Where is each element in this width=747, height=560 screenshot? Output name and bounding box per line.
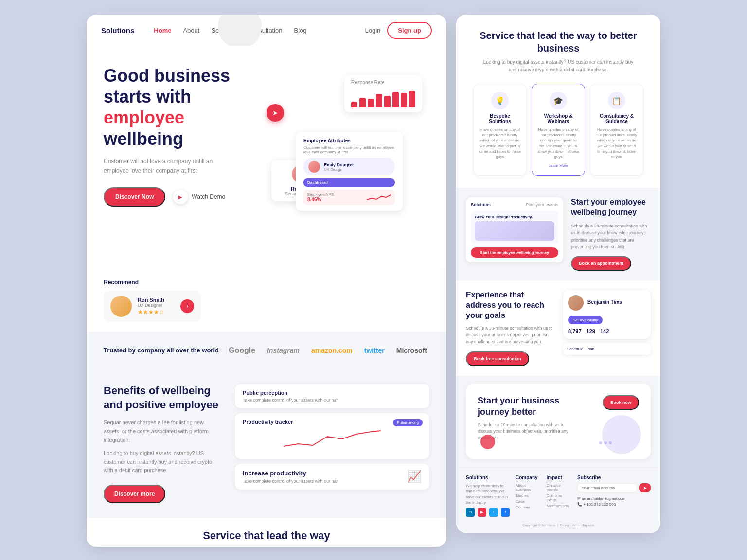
footer-email: ✉ umarshahlamtugmai.com [577, 496, 651, 501]
benefits-desc-2: Looking to buy digital assets instantly?… [104, 449, 220, 475]
bar-1 [351, 102, 357, 107]
solutions-label: Solutions [471, 202, 491, 207]
workshop-title: Workshop & Webinars [537, 113, 580, 124]
nav-link-home[interactable]: Home [154, 27, 171, 34]
amazon-logo: amazon.com [311, 347, 353, 354]
solutions-text-title: Start your employee wellbeing journey [571, 197, 651, 218]
company-item-4: Courses [516, 505, 541, 509]
dot-3 [609, 441, 612, 444]
linkedin-icon[interactable]: in [466, 508, 475, 517]
discover-now-button[interactable]: Discover Now [104, 187, 165, 207]
benjamin-avatar [568, 295, 584, 311]
footer-company-title: Company [516, 475, 541, 480]
increase-productivity-card: 📈 Increase productivity Take complete co… [235, 464, 429, 490]
login-button[interactable]: Login [365, 27, 381, 34]
solutions-text: Start your employee wellbeing journey Sc… [571, 197, 651, 271]
journey-dots [599, 441, 612, 444]
subscribe-send-button[interactable]: ➤ [639, 483, 651, 492]
hero-title-part2: starts with [104, 87, 191, 106]
nps-row: Employee NPS 8.46% [303, 190, 395, 205]
public-perception-desc: Take complete control of your assets wit… [243, 398, 422, 402]
mockup-image [475, 221, 554, 241]
twitter-logo: twitter [364, 347, 385, 354]
deco-red [480, 435, 495, 449]
start-journey-button[interactable]: Start the employee wellbeing journey [471, 247, 558, 258]
signup-button[interactable]: Sign up [387, 22, 432, 39]
benjamin-card: Benjamin Tims Set Availability 8,797 129… [563, 290, 651, 339]
emily-row: Emily Dougrer UX Design [303, 158, 395, 175]
response-rate-title: Response Rate [351, 80, 415, 85]
solutions-section: Solutions Plan your events Grow Your Des… [456, 188, 660, 280]
mini-card-content: Schedule · Plan [567, 347, 594, 351]
facebook-icon[interactable]: f [501, 508, 510, 517]
nps-info: Employee NPS 8.46% [307, 192, 363, 202]
bottom-teaser-title: Service that lead the way [104, 529, 429, 542]
discover-more-button[interactable]: Discover more [104, 485, 165, 503]
hero-title: Good business starts with employee wellb… [104, 65, 259, 149]
stat-2: 129 [587, 328, 595, 334]
google-logo: Google [229, 346, 255, 355]
emily-info: Emily Dougrer UX Design [324, 162, 390, 172]
send-icon[interactable]: ➤ [267, 104, 284, 122]
nav-link-about[interactable]: About [183, 27, 199, 34]
rulemarking-badge: Rulemarking [393, 419, 423, 426]
book-appointment-button[interactable]: Book an appointment [571, 256, 631, 271]
copyright: Copyright © Solutions [522, 524, 555, 527]
experience-desc: Schedule a 30-minute consultation with u… [466, 325, 555, 346]
consultancy-icon: 📋 [608, 92, 625, 109]
footer: Solutions We help customers to find best… [456, 467, 660, 533]
emily-role: UX Design [324, 167, 390, 172]
ron-role: UX Designer [138, 303, 175, 308]
book-now-button[interactable]: Book now [603, 395, 639, 410]
company-item-1: About business [516, 483, 541, 492]
dot-1 [599, 441, 602, 444]
company-item-2: Studies [516, 493, 541, 498]
youtube-icon[interactable]: ▶ [478, 508, 486, 517]
benefits-text: Benefits of wellbeing and positive emplo… [104, 384, 220, 503]
watch-demo-button[interactable]: ▶ Watch Demo [173, 190, 225, 204]
experience-section: Experience that address you to reach you… [456, 280, 660, 376]
impact-item-2: Combine things [547, 493, 572, 502]
recommend-arrow-button[interactable]: › [180, 299, 194, 313]
employee-attributes-card: Employee Attributes Customer will not lo… [296, 132, 403, 211]
hero-section: Good business starts with employee wellb… [87, 46, 446, 269]
benefits-section: Benefits of wellbeing and positive emplo… [87, 369, 446, 518]
public-perception-title: Public perception [243, 390, 422, 396]
consultancy-title: Consultancy & Guidance [595, 113, 638, 124]
right-panel: Service that lead the way to better busi… [456, 15, 660, 533]
footer-grid: Solutions We help customers to find best… [466, 475, 651, 520]
bar-4 [376, 94, 382, 107]
footer-solutions-desc: We help customers to find best products.… [466, 483, 510, 505]
bar-6 [392, 92, 399, 107]
hero-text: Good business starts with employee wellb… [104, 65, 259, 207]
book-free-consultation-button[interactable]: Book free consultation [466, 351, 529, 366]
hero-title-highlight: employee [104, 107, 184, 127]
plan-label: Plan your events [526, 202, 558, 207]
response-bar-chart [351, 88, 415, 107]
bar-5 [384, 96, 391, 107]
stat-3: 142 [600, 328, 609, 334]
stat-num-3: 142 [600, 328, 609, 334]
public-perception-card: Public perception Take complete control … [235, 384, 429, 408]
service-cards: 💡 Bespoke Solutions Have queries on any … [471, 84, 646, 176]
set-availability-button[interactable]: Set Availability [568, 316, 603, 324]
twitter-icon[interactable]: t [489, 508, 498, 517]
benefits-title: Benefits of wellbeing and positive emplo… [104, 384, 220, 412]
solutions-text-desc: Schedule a 20-minute consultation with u… [571, 223, 651, 251]
emp-attr-title: Employee Attributes [303, 138, 395, 143]
grow-design-row: Grow Your Design Productivity [471, 211, 558, 245]
subscribe-email-input[interactable] [577, 483, 637, 492]
nps-sparkline [367, 192, 391, 202]
service-top-section: Service that lead the way to better busi… [456, 15, 660, 188]
bespoke-solutions-card: 💡 Bespoke Solutions Have queries on any … [473, 84, 527, 176]
learn-more-link[interactable]: Learn More [537, 163, 580, 168]
nav-link-blog[interactable]: Blog [294, 27, 307, 34]
impact-item-3: Masterminds [547, 504, 572, 508]
emp-attr-text: Customer will not love a company untill … [303, 145, 395, 154]
increase-productivity-desc: Take complete control of your assets wit… [243, 479, 422, 484]
productivity-sparkline [243, 427, 422, 451]
benefits-desc-1: Sequar never charges a fee for listing n… [104, 419, 220, 444]
stats-row: 8,797 129 142 [568, 328, 646, 334]
experience-mockup: Benjamin Tims Set Availability 8,797 129… [563, 290, 651, 355]
deco-circle [602, 415, 641, 454]
